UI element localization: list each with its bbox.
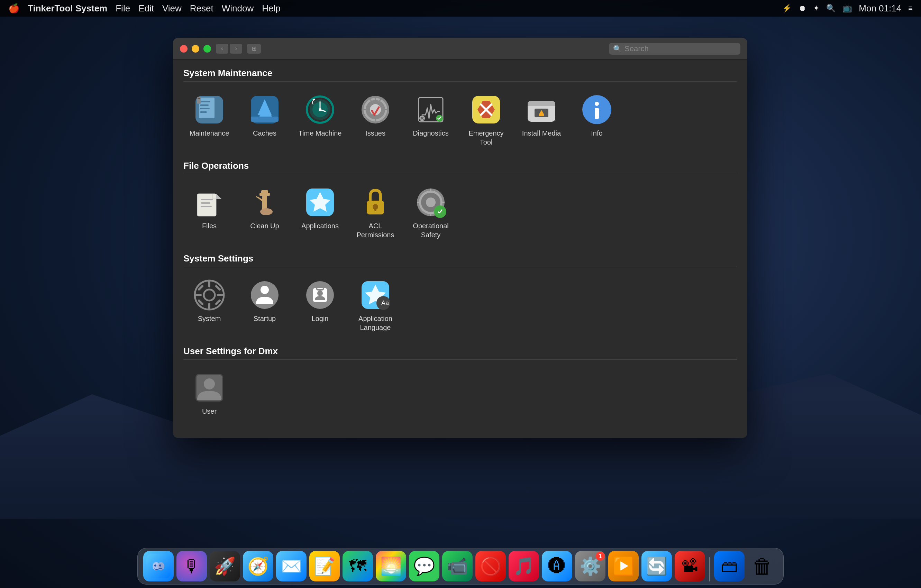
dock-item-news[interactable]: 🚫 [475,551,506,582]
file-operations-grid: Files Clean Up [183,180,737,246]
section-title-user-settings: User Settings for Dmx [183,346,737,360]
dock-item-music[interactable]: 🎵 [509,551,539,582]
item-user[interactable]: User [183,369,235,419]
edit-menu[interactable]: Edit [138,3,154,14]
caches-label: Caches [253,129,277,138]
item-login[interactable]: Login [294,276,346,336]
svg-rect-53 [201,206,212,207]
item-startup[interactable]: Startup [239,276,291,336]
item-info[interactable]: Info [571,91,623,150]
emergency-tool-icon [470,94,502,125]
view-menu[interactable]: View [162,3,182,14]
dock-item-reload[interactable]: 🔄 [641,551,672,582]
svg-rect-52 [201,202,210,204]
item-clean-up[interactable]: Clean Up [239,183,291,243]
control-center-icon[interactable]: ≡ [908,4,913,13]
svg-rect-4 [200,108,210,109]
dock-item-mail[interactable]: ✉️ [276,551,306,582]
dock-item-notes[interactable]: 📝 [309,551,340,582]
help-menu[interactable]: Help [262,3,280,14]
svg-rect-81 [195,294,202,296]
item-issues[interactable]: Issues [350,91,401,150]
item-time-machine[interactable]: Time Machine [294,91,346,150]
search-input[interactable] [625,44,736,53]
item-caches[interactable]: Caches [239,91,291,150]
applications-label: Applications [301,221,339,231]
search-icon[interactable]: 🔍 [826,4,836,13]
dock-item-files[interactable]: 🗃 [714,551,745,582]
item-applications[interactable]: Applications [294,183,346,243]
install-media-icon [526,94,557,125]
reset-menu[interactable]: Reset [190,3,213,14]
svg-rect-47 [595,108,599,119]
login-icon [304,279,335,310]
back-button[interactable]: ‹ [216,44,228,54]
dock-item-maps[interactable]: 🗺 [343,551,373,582]
item-diagnostics[interactable]: Diagnostics [405,91,457,150]
item-install-media[interactable]: Install Media [516,91,568,150]
menubar-icon-3[interactable]: ✦ [813,4,819,13]
dock-item-imovie[interactable]: 📽 [675,551,705,582]
app-name-menu[interactable]: TinkerTool System [28,3,107,14]
window-menu[interactable]: Window [222,3,254,14]
svg-rect-7 [198,98,200,99]
menubar-icon-1[interactable]: ⚡ [782,4,792,13]
close-button[interactable] [180,45,187,53]
traffic-lights [180,45,211,53]
section-title-system-maintenance: System Maintenance [183,68,737,82]
maintenance-icon [194,94,225,125]
svg-rect-3 [200,104,208,106]
svg-point-103 [159,564,161,567]
svg-point-59 [260,208,273,215]
dock-item-photos[interactable]: 🌅 [376,551,406,582]
section-file-operations: File Operations [183,161,737,246]
grid-view-button[interactable]: ⊞ [247,44,261,54]
main-window: ‹ › ⊞ 🔍 System Maintenance [173,38,747,438]
dock-item-messages[interactable]: 💬 [409,551,439,582]
dock-item-appstore[interactable]: 🅐 [542,551,572,582]
svg-point-98 [204,378,215,390]
svg-point-46 [595,102,599,106]
info-icon [581,94,612,125]
system-label: System [198,314,221,323]
startup-label: Startup [254,314,276,323]
dock-item-safari[interactable]: 🧭 [243,551,273,582]
svg-point-91 [317,291,323,296]
dock-item-tinkertool[interactable]: ▶️ [608,551,639,582]
maximize-button[interactable] [203,45,211,53]
dock-item-facetime[interactable]: 📹 [442,551,473,582]
dock-item-launchpad[interactable]: 🚀 [210,551,240,582]
nav-buttons: ‹ › [216,44,242,54]
dock-item-system-prefs[interactable]: ⚙️ 1 [575,551,605,582]
user-icon [194,372,225,403]
menubar: 🍎 TinkerTool System File Edit View Reset… [0,0,921,16]
apple-menu[interactable]: 🍎 [8,3,20,14]
item-maintenance[interactable]: Maintenance [183,91,235,150]
maintenance-label: Maintenance [190,129,229,138]
item-system[interactable]: System [183,276,235,336]
time-machine-label: Time Machine [299,129,342,138]
acl-permissions-icon [360,187,391,218]
svg-rect-51 [201,199,213,200]
minimize-button[interactable] [192,45,199,53]
dock-item-trash[interactable]: 🗑 [747,551,778,582]
item-operational-safety[interactable]: Operational Safety [405,183,457,243]
airplay-icon[interactable]: 📺 [843,4,852,13]
file-menu[interactable]: File [116,3,130,14]
menubar-icon-2[interactable]: ⏺ [799,4,806,13]
user-label: User [202,407,216,416]
dock-item-finder[interactable] [143,551,174,582]
item-files[interactable]: Files [183,183,235,243]
item-application-language[interactable]: Aa Application Language [350,276,401,336]
login-label: Login [312,314,329,323]
item-acl-permissions[interactable]: ACL Permissions [350,183,401,243]
diagnostics-label: Diagnostics [413,129,448,138]
svg-rect-65 [374,207,376,211]
forward-button[interactable]: › [230,44,242,54]
item-emergency-tool[interactable]: Emergency Tool [460,91,512,150]
install-media-label: Install Media [522,129,561,138]
dock-item-siri[interactable]: 🎙 [176,551,207,582]
search-icon: 🔍 [613,45,622,53]
svg-marker-50 [216,194,221,199]
svg-rect-6 [197,97,201,104]
